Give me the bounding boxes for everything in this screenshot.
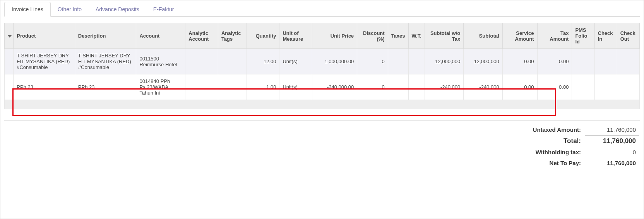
col-account[interactable]: Account xyxy=(136,23,185,49)
cell-subtotal[interactable]: -240,000 xyxy=(464,74,502,100)
summary-withholding-value: 0 xyxy=(585,147,639,157)
table-header-row: Product Description Account Analytic Acc… xyxy=(5,23,640,49)
cell-subtotal[interactable]: 12,000,000 xyxy=(464,49,502,74)
cell-wt[interactable] xyxy=(408,49,425,74)
summary-total-label: Total: xyxy=(530,135,584,147)
tab-advance-deposits[interactable]: Advance Deposits xyxy=(89,2,146,16)
summary-untaxed: Untaxed Amount: 11,760,000 xyxy=(530,125,639,135)
cell-unit-price[interactable]: -240,000.00 xyxy=(312,74,357,100)
row-handle[interactable] xyxy=(5,49,14,74)
cell-account[interactable]: 0011500 Reimburse Hotel xyxy=(136,49,185,74)
cell-subtotal-wo-tax[interactable]: -240,000 xyxy=(425,74,463,100)
summary-untaxed-label: Untaxed Amount: xyxy=(530,125,584,135)
tab-e-faktur[interactable]: E-Faktur xyxy=(146,2,181,16)
col-wt[interactable]: W.T. xyxy=(408,23,425,49)
cell-product[interactable]: T SHIRT JERSEY DRY FIT MYSANTIKA (RED) #… xyxy=(14,49,75,74)
cell-service-amount[interactable]: 0.00 xyxy=(502,49,537,74)
cell-wt[interactable] xyxy=(408,74,425,100)
cell-taxes[interactable] xyxy=(388,49,408,74)
cell-subtotal-wo-tax[interactable]: 12,000,000 xyxy=(425,49,463,74)
col-subtotal[interactable]: Subtotal xyxy=(464,23,502,49)
cell-check-out[interactable] xyxy=(617,49,639,74)
cell-analytic-tags[interactable] xyxy=(218,49,247,74)
summary-untaxed-value: 11,760,000 xyxy=(585,125,639,135)
summary-net-value: 11,760,000 xyxy=(585,158,639,168)
table-row[interactable]: T SHIRT JERSEY DRY FIT MYSANTIKA (RED) #… xyxy=(5,49,640,74)
table-row[interactable]: PPh 23 PPh 23 0014840 PPh Ps.23/WABA Tah… xyxy=(5,74,640,100)
cell-tax-amount[interactable]: 0.00 xyxy=(537,49,572,74)
col-pms-folio[interactable]: PMS Folio Id xyxy=(572,23,594,49)
cell-description[interactable]: T SHIRT JERSEY DRY FIT MYSANTIKA (RED) #… xyxy=(75,49,136,74)
row-handle[interactable] xyxy=(5,74,14,100)
summary-net: Net To Pay: 11,760,000 xyxy=(530,158,639,168)
summary-withholding: Withholding tax: 0 xyxy=(530,147,639,157)
summary-withholding-label: Withholding tax: xyxy=(530,147,584,157)
cell-quantity[interactable]: 1.00 xyxy=(247,74,279,100)
col-subtotal-wo-tax[interactable]: Subtotal w/o Tax xyxy=(425,23,463,49)
tab-invoice-lines[interactable]: Invoice Lines xyxy=(4,2,51,17)
cell-check-in[interactable] xyxy=(594,49,617,74)
col-tax-amount[interactable]: Tax Amount xyxy=(537,23,572,49)
col-taxes[interactable]: Taxes xyxy=(388,23,408,49)
table-blank-row xyxy=(5,100,640,109)
summary-net-label: Net To Pay: xyxy=(530,158,584,168)
summary-total-value: 11,760,000 xyxy=(585,135,639,147)
invoice-lines-table: Product Description Account Analytic Acc… xyxy=(4,23,640,109)
cell-discount[interactable]: 0 xyxy=(357,49,388,74)
cell-quantity[interactable]: 12.00 xyxy=(247,49,279,74)
cell-service-amount[interactable]: 0.00 xyxy=(502,74,537,100)
cell-analytic-account[interactable] xyxy=(185,49,218,74)
section-divider xyxy=(4,120,640,121)
col-analytic-tags[interactable]: Analytic Tags xyxy=(218,23,247,49)
col-product[interactable]: Product xyxy=(14,23,75,49)
cell-uom[interactable]: Unit(s) xyxy=(279,49,312,74)
cell-account[interactable]: 0014840 PPh Ps.23/WABA Tahun Ini xyxy=(136,74,185,100)
col-quantity[interactable]: Quantity xyxy=(247,23,279,49)
cell-unit-price[interactable]: 1,000,000.00 xyxy=(312,49,357,74)
tab-other-info[interactable]: Other Info xyxy=(51,2,89,16)
cell-description[interactable]: PPh 23 xyxy=(75,74,136,100)
col-analytic-account[interactable]: Analytic Account xyxy=(185,23,218,49)
cell-pms-folio[interactable] xyxy=(572,49,594,74)
summary-panel: Untaxed Amount: 11,760,000 Total: 11,760… xyxy=(4,124,640,169)
cell-analytic-tags[interactable] xyxy=(218,74,247,100)
col-unit-price[interactable]: Unit Price xyxy=(312,23,357,49)
col-discount[interactable]: Discount (%) xyxy=(357,23,388,49)
cell-product[interactable]: PPh 23 xyxy=(14,74,75,100)
cell-pms-folio[interactable] xyxy=(572,74,594,100)
summary-total: Total: 11,760,000 xyxy=(530,135,639,147)
cell-discount[interactable]: 0 xyxy=(357,74,388,100)
caret-down-icon xyxy=(8,35,12,38)
col-service-amount[interactable]: Service Amount xyxy=(502,23,537,49)
col-uom[interactable]: Unit of Measure xyxy=(279,23,312,49)
cell-tax-amount[interactable]: 0.00 xyxy=(537,74,572,100)
col-description[interactable]: Description xyxy=(75,23,136,49)
col-check-out[interactable]: Check Out xyxy=(617,23,639,49)
cell-analytic-account[interactable] xyxy=(185,74,218,100)
cell-taxes[interactable] xyxy=(388,74,408,100)
row-reorder-toggle[interactable] xyxy=(5,23,14,49)
cell-check-out[interactable] xyxy=(617,74,639,100)
col-check-in[interactable]: Check In xyxy=(594,23,617,49)
cell-check-in[interactable] xyxy=(594,74,617,100)
tabs-bar: Invoice Lines Other Info Advance Deposit… xyxy=(4,2,640,17)
cell-uom[interactable]: Unit(s) xyxy=(279,74,312,100)
